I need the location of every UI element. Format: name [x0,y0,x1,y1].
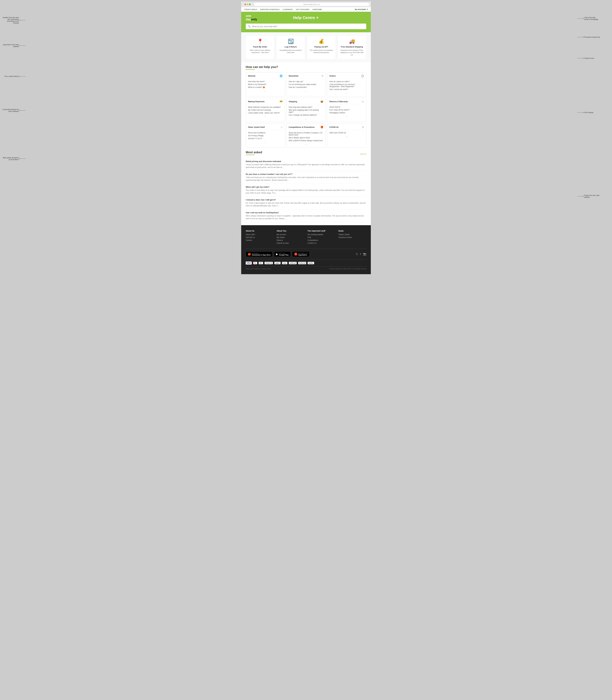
competitions-icon: 🎁 [320,126,323,129]
footer-link-returns[interactable]: Returns [277,239,305,241]
article-item[interactable]: How do I place an order? [329,81,364,83]
page-wrapper: help.onedayonly.co.za Today's Deals Ever… [241,1,371,274]
article-item[interactable]: I'm not receiving your daily emails! [289,83,323,85]
privacy-link[interactable]: Privacy Policy [262,268,271,270]
category-payments-chevron[interactable]: ⌄ [248,115,283,117]
terms-link[interactable]: Terms and Conditions [246,268,260,270]
accordion-question-3[interactable]: I missed a deal. Can I still get it? [246,199,366,201]
instant-eft-badge: instant eft [265,262,273,264]
article-item[interactable]: WIN a SERTA Perfect Sleeper Hybrid bed! [289,140,323,142]
nav-subscribe[interactable]: Subscribe [312,9,322,10]
article-item[interactable]: How long does delivery take? [289,106,323,108]
footer-link-banking[interactable]: Our banking details [307,234,335,236]
category-newsletter: Newsletter ✉ How do I sign up? I'm not r… [287,72,325,96]
appgallery-button[interactable]: 🔴 EXPLORE IT ON AppGallery [292,251,309,257]
search-input[interactable] [252,25,364,28]
category-other-chevron[interactable]: ⌄ [248,141,283,143]
category-returns-chevron[interactable]: ⌄ [329,115,364,117]
googleplay-button[interactable]: ▶ GET IT ON Google Play [274,251,291,257]
nav-everyday[interactable]: Everyday Essentials [260,9,280,10]
instagram-icon[interactable]: 📷 [363,252,366,256]
category-covid-articles: ODO and COVID-19 [329,132,364,134]
category-shipping-title: Shipping [289,100,297,103]
visa-badge: VISA [246,262,252,265]
footer-link-careers[interactable]: Careers [246,239,274,241]
footer-link-myaccount[interactable]: My account [277,234,305,236]
annotation-icons: Custom icons [577,57,601,59]
top-nav-account[interactable]: My Account ▾ [355,9,368,10]
category-orders-chevron[interactable]: ⌄ [329,92,364,94]
footer-important-heading: The important stuff [307,230,335,232]
footer-link-submitidea[interactable]: Submit an idea [277,242,305,244]
category-returns-header: Returns & Warranty 🗂 [329,100,364,104]
article-item[interactable]: What methods of payment are available? [248,106,283,108]
article-item[interactable]: I have wallet credit - where can I find … [248,112,283,114]
footer-link-sell[interactable]: Sell with us [246,236,274,238]
annotation-footer: Footer from the main website [577,194,601,198]
article-item[interactable]: About returns [329,106,364,108]
footer-important: The important stuff Our banking details … [307,230,335,245]
twitter-icon[interactable]: 𝕏 [356,252,358,256]
category-competitions-articles: Shop and Score a Freebie | Curaprox | 10… [289,132,323,142]
article-item[interactable]: Can I change my delivery address? [289,114,323,116]
accordion-question-4[interactable]: Can I sell my stuff on OneDayOnly? [246,211,366,214]
search-bar: 🔍 [246,24,366,29]
logo[interactable]: one day only [246,14,257,21]
feature-block-eft[interactable]: 💰 Paying via EFT The trusted choice for … [307,35,336,59]
feature-block-return[interactable]: ↩️ Log A Return Unsatisfied with your pr… [276,35,305,59]
footer-link-clearance[interactable]: Clearance Deals [338,236,366,238]
category-covid-chevron[interactable]: ⌄ [329,135,364,138]
footer-link-faq[interactable]: FAQ [307,236,335,238]
category-shipping-chevron[interactable]: ⌄ [289,117,323,120]
article-item[interactable]: Terms and Conditions [248,132,283,134]
feature-block-track-title: Track My Order [248,46,272,48]
article-item[interactable]: I had something in my cart but it disapp… [329,83,364,87]
article-item[interactable]: Can I cancel my order? [329,88,364,90]
accordion-question-2[interactable]: When will I get my order? [246,186,366,188]
footer-link-competitions[interactable]: Competitions [307,239,335,241]
article-item[interactable]: Win A Weber Spirit II E310 [289,137,323,139]
appgallery-text: EXPLORE IT ON AppGallery [298,253,307,256]
footer-deals: Deals Today's Deals Clearance Deals [338,230,366,245]
payment-row: VISA MC EFT instant eft zapper ozow mobi… [246,260,366,265]
category-competitions: Competitions & Promotions 🎁 Shop and Sco… [287,124,325,148]
footer-about-you-heading: About You [277,230,305,232]
article-item[interactable]: How do I sign up? [289,81,323,83]
article-item[interactable]: Can I drop off my return? [329,109,364,111]
category-returns-articles: About returns Can I drop off my return? … [329,106,364,114]
footer-link-about-odo[interactable]: About ODO [246,234,274,236]
social-icons: 𝕏 f 📷 [356,252,366,256]
article-item[interactable]: What is a cookie? 🍪 [248,86,283,88]
help-centre-title[interactable]: Help Centre ⚙ [293,15,318,20]
article-item[interactable]: Voucher T's & C's [248,138,283,140]
article-item[interactable]: What is my Password? [248,83,283,85]
footer-link-myorders[interactable]: My orders [277,236,305,238]
category-website-chevron[interactable]: ⌄ [248,89,283,92]
nav-todays-deals[interactable]: Today's Deals [244,9,257,10]
footer-link-contact[interactable]: Contact Us [307,242,335,244]
annotation-header: Header from the main site customized acc… [1,17,26,24]
category-website-articles: How does this work? What is my Password?… [248,81,283,88]
nav-giftvouchers[interactable]: Gift Vouchers [296,9,309,10]
article-item[interactable]: Our Privacy Pledge [248,135,283,137]
feature-block-track[interactable]: 📍 Track My Order Take control of your de… [246,35,275,59]
article-item[interactable]: Packaging a Return [329,112,364,114]
appstore-button[interactable]: 🍎 Download on Download on App Store [246,251,273,257]
view-all-link[interactable]: View all [360,153,366,155]
accordion-question-0[interactable]: Retail pricing and discounts indicated [246,160,366,163]
category-newsletter-chevron[interactable]: ⌄ [289,89,323,92]
category-competitions-chevron[interactable]: ⌄ [289,143,323,145]
article-item[interactable]: Shop and Score a Freebie | Curaprox | 10… [289,132,323,136]
article-item[interactable]: How do I unsubscribe? [289,86,323,88]
accordion-question-1[interactable]: Do you have a contact number I can call … [246,173,366,175]
article-item[interactable]: Why does shipping take 5-10 working days… [289,109,323,113]
article-item[interactable]: How does this work? [248,81,283,83]
mac-dots [243,2,252,6]
article-item[interactable]: ODO and COVID-19 [329,132,364,134]
facebook-icon[interactable]: f [360,253,361,256]
article-item[interactable]: My Credit Card isn't working! [248,109,283,111]
footer-link-todays-deals[interactable]: Today's Deals [338,234,366,236]
most-asked-header: Most asked View all [246,151,366,157]
feature-block-shipping[interactable]: 🚚 Free Standard Shipping Experience the … [337,35,366,59]
nav-clearance[interactable]: Clearance [283,9,293,10]
